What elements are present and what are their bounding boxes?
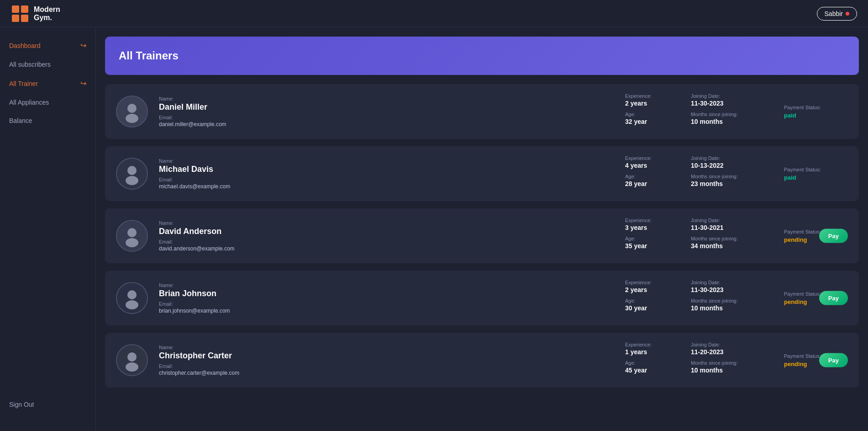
sidebar: Dashboard ↪ All subscribers All Trainer … (0, 27, 96, 431)
email-label: Email: (159, 239, 614, 245)
pay-button[interactable]: Pay (819, 353, 848, 367)
sidebar-item-balance[interactable]: Balance (0, 112, 95, 129)
trainer-email: daniel.miller@example.com (159, 121, 614, 128)
sidebar-appliances-label: All Appliances (9, 99, 49, 106)
age-label: Age: (625, 112, 680, 117)
sidebar-dashboard-arrow: ↪ (80, 41, 86, 50)
months-label: Months since joining: (691, 236, 773, 241)
sidebar-dashboard-label: Dashboard (9, 42, 41, 49)
top-header: Modern Gym. Sabbir (0, 0, 868, 27)
trainer-name: Brian Johnson (159, 289, 614, 298)
pay-button[interactable]: Pay (819, 291, 848, 305)
trainer-info: Name: Christopher Carter Email: christop… (159, 345, 614, 376)
name-label: Name: (159, 220, 614, 226)
svg-point-7 (126, 176, 138, 185)
sign-out-button[interactable]: Sign Out (9, 396, 34, 413)
trainer-avatar (116, 282, 148, 314)
trainer-avatar (116, 158, 148, 190)
trainer-info: Name: Daniel Miller Email: daniel.miller… (159, 96, 614, 128)
avatar-icon (121, 287, 143, 309)
user-name-label: Sabbir (825, 10, 843, 17)
experience-value: 4 years (625, 162, 680, 169)
trainer-avatar (116, 220, 148, 252)
joining-date: 11-30-2021 (691, 224, 773, 231)
avatar-icon (121, 349, 143, 372)
trainer-dates: Joining Date: 11-20-2023 Months since jo… (691, 342, 773, 378)
experience-label: Experience: (625, 218, 680, 223)
joining-date: 10-13-2022 (691, 162, 773, 169)
trainer-avatar (116, 344, 148, 376)
joining-date: 11-30-2023 (691, 286, 773, 293)
months-value: 34 months (691, 242, 773, 250)
svg-rect-2 (12, 15, 19, 22)
svg-point-8 (127, 228, 137, 237)
logo-text: Modern Gym. (34, 5, 60, 21)
sidebar-trainer-label: All Trainer (9, 80, 38, 87)
months-label: Months since joining: (691, 360, 773, 366)
email-label: Email: (159, 177, 614, 182)
trainer-avatar (116, 96, 148, 128)
avatar-icon (121, 162, 143, 185)
trainer-dates: Joining Date: 11-30-2023 Months since jo… (691, 280, 773, 316)
trainer-email: michael.davis@example.com (159, 183, 614, 190)
svg-point-12 (127, 352, 137, 362)
age-label: Age: (625, 174, 680, 179)
trainer-dates: Joining Date: 10-13-2022 Months since jo… (691, 155, 773, 192)
logo-icon (11, 5, 29, 23)
trainer-list: Name: Daniel Miller Email: daniel.miller… (105, 84, 859, 388)
sidebar-item-dashboard[interactable]: Dashboard ↪ (0, 37, 95, 54)
months-value: 23 months (691, 180, 773, 187)
sidebar-balance-label: Balance (9, 117, 32, 124)
name-label: Name: (159, 96, 614, 101)
months-value: 10 months (691, 304, 773, 312)
sidebar-nav: Dashboard ↪ All subscribers All Trainer … (0, 37, 95, 129)
sidebar-item-all-appliances[interactable]: All Appliances (0, 94, 95, 111)
svg-point-9 (126, 238, 138, 247)
joining-label: Joining Date: (691, 342, 773, 347)
trainer-stats: Experience: 2 years Age: 30 year (625, 280, 680, 316)
trainer-info: Name: David Anderson Email: david.anders… (159, 220, 614, 252)
svg-point-10 (127, 290, 137, 299)
joining-label: Joining Date: (691, 93, 773, 99)
payment-status-value: paid (784, 112, 848, 119)
svg-point-5 (126, 114, 138, 123)
age-value: 35 year (625, 242, 680, 250)
trainer-email: brian.johnson@example.com (159, 308, 614, 314)
sidebar-trainer-arrow: ↪ (80, 79, 86, 88)
age-label: Age: (625, 236, 680, 241)
experience-value: 1 years (625, 348, 680, 356)
name-label: Name: (159, 282, 614, 288)
sidebar-item-all-subscribers[interactable]: All subscribers (0, 56, 95, 73)
user-menu-button[interactable]: Sabbir (817, 7, 857, 21)
trainer-card: Name: Michael Davis Email: michael.davis… (105, 146, 859, 201)
svg-point-6 (127, 166, 137, 175)
svg-point-13 (126, 362, 138, 372)
joining-date: 11-30-2023 (691, 100, 773, 107)
trainer-name: Christopher Carter (159, 351, 614, 361)
trainer-payment: Payment Status: paid (784, 167, 848, 181)
trainer-stats: Experience: 4 years Age: 28 year (625, 155, 680, 192)
trainer-email: david.anderson@example.com (159, 245, 614, 252)
sidebar-item-all-trainer[interactable]: All Trainer ↪ (0, 74, 95, 92)
experience-value: 3 years (625, 224, 680, 231)
svg-rect-3 (21, 15, 28, 22)
trainer-card: Name: David Anderson Email: david.anders… (105, 208, 859, 263)
experience-label: Experience: (625, 155, 680, 161)
sidebar-subscribers-label: All subscribers (9, 61, 51, 68)
trainer-email: christopher.carter@example.com (159, 370, 614, 376)
months-label: Months since joining: (691, 174, 773, 179)
age-value: 32 year (625, 118, 680, 125)
age-label: Age: (625, 298, 680, 303)
months-label: Months since joining: (691, 112, 773, 117)
joining-label: Joining Date: (691, 155, 773, 161)
page-title: All Trainers (119, 49, 845, 62)
payment-status-label: Payment Status: (784, 167, 848, 172)
content-area: All Trainers Name: Daniel Miller Email: … (96, 27, 868, 431)
experience-label: Experience: (625, 93, 680, 99)
trainer-info: Name: Michael Davis Email: michael.davis… (159, 158, 614, 190)
trainer-card: Name: Brian Johnson Email: brian.johnson… (105, 271, 859, 325)
pay-button[interactable]: Pay (819, 229, 848, 243)
trainer-info: Name: Brian Johnson Email: brian.johnson… (159, 282, 614, 314)
experience-value: 2 years (625, 100, 680, 107)
trainer-payment: Payment Status: paid (784, 105, 848, 119)
